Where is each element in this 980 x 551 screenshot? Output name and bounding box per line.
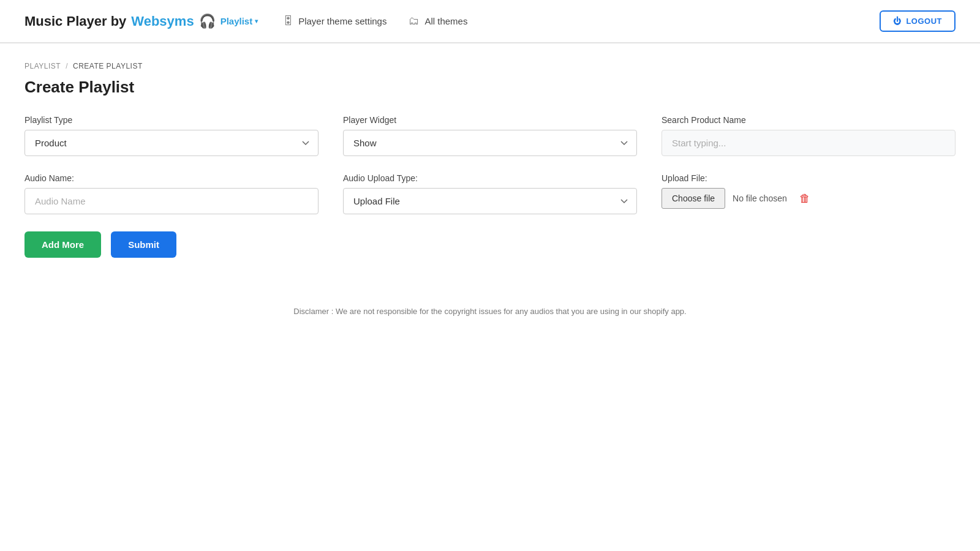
- breadcrumb: PLAYLIST / CREATE PLAYLIST: [24, 62, 956, 70]
- player-widget-select[interactable]: Show Hide: [343, 130, 637, 156]
- upload-file-label: Upload File:: [662, 173, 956, 183]
- playlist-type-group: Playlist Type Product Album Artist: [24, 115, 318, 156]
- search-product-label: Search Product Name: [662, 115, 956, 125]
- headphones-icon: 🎧: [199, 13, 216, 29]
- search-product-group: Search Product Name: [662, 115, 956, 156]
- form-row-1: Playlist Type Product Album Artist Playe…: [24, 115, 956, 156]
- action-buttons: Add More Submit: [24, 231, 956, 258]
- logo-text: Music Player by: [24, 13, 126, 29]
- header-right: ⏻ LOGOUT: [880, 10, 956, 32]
- playlist-label: Playlist: [221, 16, 253, 26]
- theme-icon: 🎛: [282, 15, 293, 28]
- delete-icon[interactable]: 🗑: [799, 192, 810, 205]
- main-content: PLAYLIST / CREATE PLAYLIST Create Playli…: [0, 43, 980, 334]
- nav-player-theme-label: Player theme settings: [298, 16, 386, 26]
- logout-label: LOGOUT: [906, 17, 942, 26]
- breadcrumb-parent: PLAYLIST: [24, 62, 61, 70]
- audio-upload-type-select[interactable]: Upload File URL: [343, 188, 637, 214]
- player-widget-label: Player Widget: [343, 115, 637, 125]
- breadcrumb-separator: /: [66, 62, 68, 70]
- disclaimer-text: Disclamer : We are not responsible for t…: [24, 307, 956, 316]
- player-widget-group: Player Widget Show Hide: [343, 115, 637, 156]
- power-icon: ⏻: [893, 17, 902, 26]
- page-title: Create Playlist: [24, 78, 956, 97]
- nav-links: 🎛 Player theme settings 🗂 All themes: [282, 15, 489, 28]
- choose-file-button[interactable]: Choose file: [662, 188, 725, 209]
- nav-all-themes-label: All themes: [424, 16, 467, 26]
- header: Music Player by Websyms 🎧 Playlist ▾ 🎛 P…: [0, 0, 980, 43]
- audio-name-label: Audio Name:: [24, 173, 318, 183]
- add-more-button[interactable]: Add More: [24, 231, 101, 258]
- playlist-dropdown[interactable]: Playlist ▾: [221, 16, 258, 26]
- audio-upload-type-group: Audio Upload Type: Upload File URL: [343, 173, 637, 214]
- form-row-2: Audio Name: Audio Upload Type: Upload Fi…: [24, 173, 956, 214]
- upload-area: Choose file No file chosen 🗑: [662, 188, 956, 209]
- logo: Music Player by Websyms 🎧: [24, 13, 216, 29]
- no-file-text: No file chosen: [733, 193, 787, 203]
- nav-all-themes[interactable]: 🗂 All themes: [409, 15, 467, 28]
- audio-name-group: Audio Name:: [24, 173, 318, 214]
- grid-icon: 🗂: [409, 15, 420, 28]
- search-product-input[interactable]: [662, 130, 956, 156]
- playlist-type-label: Playlist Type: [24, 115, 318, 125]
- chevron-down-icon: ▾: [255, 18, 258, 24]
- logout-button[interactable]: ⏻ LOGOUT: [880, 10, 956, 32]
- audio-upload-type-label: Audio Upload Type:: [343, 173, 637, 183]
- playlist-type-select[interactable]: Product Album Artist: [24, 130, 318, 156]
- audio-name-input[interactable]: [24, 188, 318, 214]
- logo-websyms: Websyms: [131, 13, 194, 29]
- nav-player-theme[interactable]: 🎛 Player theme settings: [282, 15, 386, 28]
- upload-file-group: Upload File: Choose file No file chosen …: [662, 173, 956, 214]
- breadcrumb-current: CREATE PLAYLIST: [73, 62, 143, 70]
- submit-button[interactable]: Submit: [111, 231, 176, 258]
